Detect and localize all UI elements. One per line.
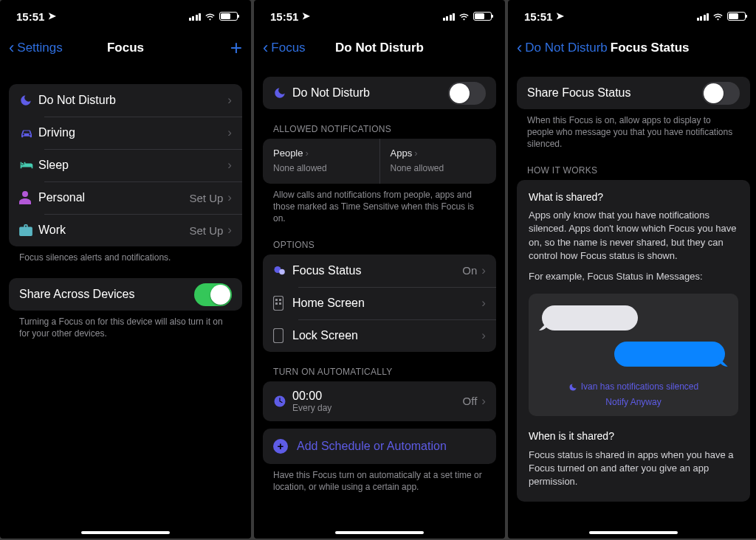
status-bar: 15:51 ➤ <box>508 0 756 32</box>
section-header: Options <box>263 225 496 255</box>
back-label: Settings <box>17 41 62 55</box>
battery-icon <box>473 12 492 21</box>
how-it-works-box: What is shared? Apps only know that you … <box>517 180 750 502</box>
notify-anyway-link[interactable]: Notify Anyway <box>536 396 731 409</box>
cell-label: Do Not Disturb <box>292 86 448 100</box>
cell-subtitle: None allowed <box>391 163 487 173</box>
cell-accessory: Off <box>463 395 478 407</box>
svg-rect-2 <box>274 296 284 310</box>
phone-focus-status: 15:51 ➤ ‹ Do Not Disturb Focus Status Sh… <box>508 0 756 539</box>
home-indicator[interactable] <box>81 531 170 534</box>
add-schedule-group: + Add Schedule or Automation <box>263 429 496 464</box>
wifi-icon <box>712 11 724 22</box>
chevron-right-icon: › <box>305 148 308 159</box>
location-icon: ➤ <box>556 10 564 21</box>
svg-rect-3 <box>275 299 278 301</box>
section-footer: Have this Focus turn on automatically at… <box>263 464 496 493</box>
lock-screen-icon <box>273 328 292 343</box>
option-home-screen[interactable]: Home Screen › <box>263 287 496 319</box>
chevron-right-icon: › <box>227 223 232 238</box>
cell-label: Driving <box>38 126 227 139</box>
cell-label: Apps <box>391 148 413 159</box>
status-bar: 15:51 ➤ <box>0 0 251 32</box>
nav-bar: ‹ Do Not Disturb Focus Status <box>508 32 756 63</box>
dnd-toggle-group: Do Not Disturb <box>263 77 496 109</box>
chevron-right-icon: › <box>481 394 486 409</box>
schedule-group: 00:00 Every day Off › <box>263 381 496 421</box>
briefcase-icon <box>19 224 38 236</box>
location-icon: ➤ <box>302 10 310 21</box>
battery-icon <box>727 12 746 21</box>
share-devices-group: Share Across Devices <box>9 278 242 311</box>
person-icon <box>19 191 38 204</box>
chevron-right-icon: › <box>481 296 486 311</box>
schedule-time-row[interactable]: 00:00 Every day Off › <box>263 381 496 421</box>
mode-personal[interactable]: Personal Set Up › <box>9 181 242 214</box>
add-schedule-row[interactable]: + Add Schedule or Automation <box>263 429 496 464</box>
clock-icon <box>273 395 292 408</box>
status-time: 15:51 <box>524 10 552 23</box>
phone-focus: 15:51 ➤ ‹ Settings Focus + Do Not Distur… <box>0 0 251 539</box>
example-text: For example, Focus Status in Messages: <box>529 270 738 283</box>
share-devices-toggle[interactable] <box>194 283 232 306</box>
cell-label: Add Schedule or Automation <box>297 440 447 453</box>
option-lock-screen[interactable]: Lock Screen › <box>263 319 496 352</box>
cell-accessory: On <box>462 264 477 277</box>
wifi-icon <box>458 11 470 22</box>
share-across-devices-row[interactable]: Share Across Devices <box>9 278 242 311</box>
what-is-shared-heading: What is shared? <box>529 190 738 205</box>
back-button[interactable]: ‹ Focus <box>263 40 306 56</box>
section-footer: Allow calls and notifications from peopl… <box>263 184 496 225</box>
chevron-left-icon: ‹ <box>263 40 268 56</box>
dnd-toggle[interactable] <box>448 82 486 105</box>
chevron-right-icon: › <box>227 158 232 173</box>
cell-label: Work <box>38 224 189 237</box>
status-time: 15:51 <box>270 10 298 23</box>
svg-point-1 <box>279 269 285 274</box>
share-focus-group: Share Focus Status <box>517 77 750 109</box>
mode-sleep[interactable]: Sleep › <box>9 149 242 181</box>
cell-label: Do Not Disturb <box>38 94 227 107</box>
svg-rect-4 <box>279 299 281 301</box>
svg-rect-5 <box>275 302 278 305</box>
chevron-right-icon: › <box>227 125 232 140</box>
home-indicator[interactable] <box>589 531 678 534</box>
cellular-icon <box>443 13 456 21</box>
nav-bar: ‹ Settings Focus + <box>0 32 251 63</box>
messages-example: Ivan has notifications silenced Notify A… <box>529 294 738 416</box>
mode-do-not-disturb[interactable]: Do Not Disturb › <box>9 84 242 117</box>
back-button[interactable]: ‹ Do Not Disturb <box>517 40 608 56</box>
cellular-icon <box>189 13 202 21</box>
section-footer: When this Focus is on, allow apps to dis… <box>517 109 750 150</box>
share-focus-status-row[interactable]: Share Focus Status <box>517 77 750 109</box>
chevron-left-icon: ‹ <box>517 40 522 56</box>
allowed-people[interactable]: People› None allowed <box>263 139 380 184</box>
when-is-shared-heading: When is it shared? <box>529 429 738 444</box>
back-button[interactable]: ‹ Settings <box>9 40 63 56</box>
option-focus-status[interactable]: Focus Status On › <box>263 255 496 287</box>
section-footer: Turning a Focus on for this device will … <box>9 311 242 339</box>
mode-work[interactable]: Work Set Up › <box>9 214 242 246</box>
phone-do-not-disturb: 15:51 ➤ ‹ Focus Do Not Disturb Do Not Di… <box>254 0 505 539</box>
allowed-notifications-group: People› None allowed Apps› None allowed <box>263 139 496 184</box>
cell-accessory: Set Up <box>189 224 223 237</box>
cell-label: Share Across Devices <box>19 288 194 301</box>
back-label: Focus <box>271 41 305 55</box>
wifi-icon <box>205 11 216 22</box>
chevron-right-icon: › <box>481 263 486 278</box>
cell-label: Lock Screen <box>292 329 481 342</box>
schedule-subtitle: Every day <box>292 403 331 413</box>
mode-driving[interactable]: Driving › <box>9 117 242 149</box>
add-button[interactable]: + <box>230 36 242 60</box>
status-bar: 15:51 ➤ <box>254 0 505 32</box>
chevron-right-icon: › <box>227 190 232 205</box>
schedule-time: 00:00 <box>292 390 331 403</box>
battery-icon <box>219 12 238 21</box>
allowed-apps[interactable]: Apps› None allowed <box>380 139 497 184</box>
moon-icon <box>568 383 577 392</box>
share-focus-toggle[interactable] <box>702 82 740 105</box>
moon-icon <box>19 94 38 107</box>
dnd-toggle-row[interactable]: Do Not Disturb <box>263 77 496 109</box>
home-indicator[interactable] <box>335 531 424 534</box>
what-is-shared-text: Apps only know that you have notificatio… <box>529 209 738 263</box>
